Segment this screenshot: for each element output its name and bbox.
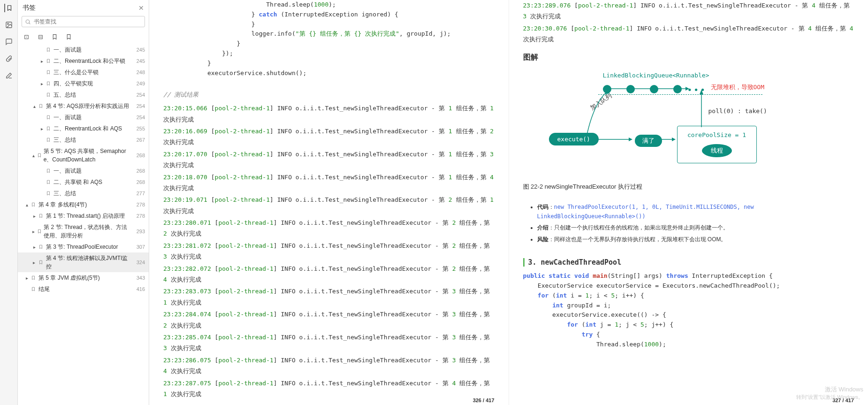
page-326: Thread.sleep(1000); } catch (Interrupted… [149,0,509,405]
sidebar-title: 书签 [23,4,36,12]
bullet-list: 代码：new ThreadPoolExecutor(1, 1, 0L, Time… [523,200,854,246]
subsection-heading: 3. newCachedThreadPool [523,258,854,267]
tree-row[interactable]: 五、总结254 [18,89,149,100]
tree-row[interactable]: 结尾416 [18,283,149,295]
search-input[interactable] [34,18,142,25]
expand-all-icon[interactable]: ⊡ [23,33,30,40]
search-icon [25,19,31,25]
execution-diagram: LinkedBlockingQueue<Runnable> ••• 无限堆积，导… [523,72,854,175]
tree-row[interactable]: ▴第 4 章 多线程(4节)278 [18,199,149,210]
svg-marker-11 [672,138,676,141]
bookmark-icon[interactable] [4,4,13,12]
bookmark-add-icon[interactable] [51,33,58,40]
close-icon[interactable]: ✕ [138,4,144,12]
queue-type-label: LinkedBlockingQueue<Runnable> [603,72,709,79]
left-rail [0,0,18,405]
log-output-2: 23:23:289.076 [pool-2-thread-1] INFO o.i… [523,0,854,46]
tree-row[interactable]: ▸二、ReentrantLock 和公平锁245 [18,55,149,67]
image-icon[interactable] [5,21,13,29]
document-content: Thread.sleep(1000); } catch (Interrupted… [149,0,868,405]
ellipsis-icon: ••• [687,85,707,95]
tree-row[interactable]: ▴第 4 节: AQS原理分析和实践运用254 [18,100,149,112]
svg-point-1 [7,23,8,25]
log-output-1: 23:20:15.066 [pool-2-thread-1] INFO o.i.… [163,103,495,400]
tree-row[interactable]: ▸第 4 节: 线程池讲解以及JVMTI监控324 [18,252,149,272]
bookmark-tree: 一、面试题245▸二、ReentrantLock 和公平锁245三、什么是公平锁… [18,44,149,405]
list-item: 介绍：只创建一个执行线程任务的线程池，如果出现意外终止则再创建一个。 [537,223,854,232]
tree-row[interactable]: 一、面试题268 [18,165,149,176]
tree-row[interactable]: 一、面试题254 [18,112,149,123]
thread-box: corePoolSize = 1 线程 [677,126,757,163]
edit-icon[interactable] [5,71,13,80]
windows-watermark: 激活 Windows 转到"设置"以激活 Windows。 [796,386,864,400]
tree-row[interactable]: ▸第 1 节: Thread.start() 启动原理278 [18,210,149,222]
tree-row[interactable]: 二、共享锁 和 AQS268 [18,176,149,188]
tree-row[interactable]: ▸四、公平锁实现249 [18,78,149,89]
tree-row[interactable]: ▸第 3 节: ThreadPoolExecutor307 [18,241,149,252]
full-node: 满了 [635,135,662,147]
section-heading-diagram: 图解 [523,53,854,62]
bookmark-outline-icon[interactable] [65,33,72,40]
bookmark-sidebar: 书签 ✕ ⊡ ⊟ 一、面试题245▸二、ReentrantLock 和公平锁24… [18,0,149,405]
poll-label: poll(0) : take() [708,107,767,115]
figure-caption: 图 22-2 newSingleThreadExecutor 执行过程 [523,183,854,191]
tree-row[interactable]: ▸第 2 节: Thread，状态转换、方法使用、原理分析293 [18,222,149,241]
page-number-left: 326 / 417 [473,397,495,403]
attachment-icon[interactable] [5,54,13,63]
comment-icon[interactable] [5,38,13,46]
svg-point-2 [26,20,30,23]
collapse-all-icon[interactable]: ⊟ [37,33,44,40]
tree-row[interactable]: 三、总结277 [18,188,149,199]
list-item: 代码：new ThreadPoolExecutor(1, 1, 0L, Time… [537,202,854,222]
code-block-2: public static void main(String[] args) t… [523,271,854,349]
tree-row[interactable]: 三、总结267 [18,134,149,145]
list-item: 风险：同样这也是一个无界队列存放待执行线程，无限堆积下会出现 OOM。 [537,235,854,244]
page-327: 23:23:289.076 [pool-2-thread-1] INFO o.i… [509,0,868,405]
tree-row[interactable]: 三、什么是公平锁248 [18,67,149,78]
sidebar-toolbar: ⊡ ⊟ [18,31,149,44]
code-block-1: Thread.sleep(1000); } catch (Interrupted… [163,0,495,78]
tree-row[interactable]: ▴第 5 节: AQS 共享锁，Semaphore、CountDownLatch… [18,145,149,165]
tree-row[interactable]: 一、面试题245 [18,44,149,55]
core-pool-size-label: corePoolSize = 1 [687,131,746,138]
overflow-warning: 无限堆积，导致OOM [711,83,764,92]
svg-marker-5 [605,90,609,94]
tree-row[interactable]: ▸第 5 章 JVM 虚拟机(5节)343 [18,272,149,283]
execute-node: execute() [549,133,599,145]
thread-oval: 线程 [702,144,732,157]
tree-row[interactable]: ▸二、ReentrantLock 和 AQS255 [18,123,149,134]
test-result-comment: // 测试结果 [163,90,495,100]
bookmark-search[interactable] [22,16,145,27]
